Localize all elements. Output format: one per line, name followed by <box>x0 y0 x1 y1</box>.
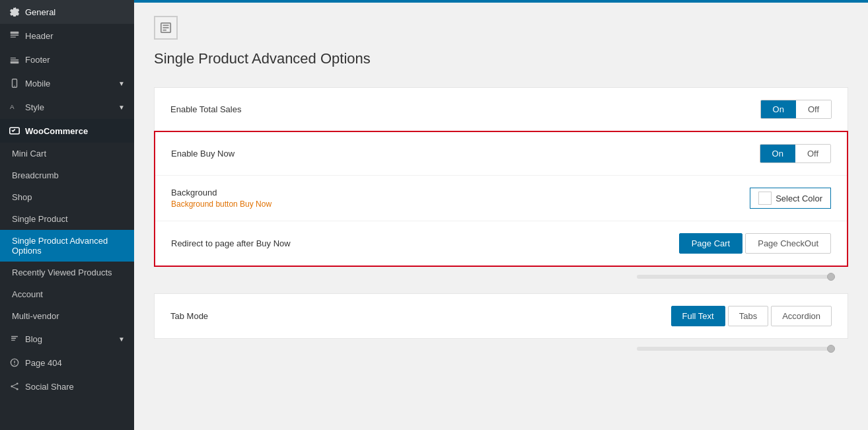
background-row: Background Background button Buy Now Sel… <box>155 176 847 221</box>
section-icon-box <box>154 16 178 40</box>
svg-point-7 <box>14 86 15 87</box>
scrollbar-thumb-2[interactable] <box>827 345 835 353</box>
sidebar-item-social-share-label: Social Share <box>25 382 74 392</box>
sidebar-item-shop[interactable]: Shop <box>0 186 134 208</box>
tab-full-text-button[interactable]: Full Text <box>671 306 725 326</box>
sidebar-item-page404-label: Page 404 <box>25 358 62 368</box>
sidebar-item-header-label: Header <box>25 31 54 41</box>
enable-buy-now-label: Enable Buy Now <box>171 149 760 159</box>
sidebar-item-single-product-label: Single Product <box>12 214 68 224</box>
scroll-divider-2 <box>154 339 848 359</box>
select-color-button[interactable]: Select Color <box>750 188 831 209</box>
sidebar-item-blog-label: Blog <box>25 334 42 344</box>
sidebar-item-general[interactable]: General <box>0 0 134 24</box>
svg-line-16 <box>13 384 17 386</box>
redirect-label: Redirect to page after Buy Now <box>171 238 679 248</box>
tab-mode-button-group[interactable]: Full Text Tabs Accordion <box>671 306 832 326</box>
sidebar-item-style-label: Style <box>25 102 44 112</box>
buy-now-on-button[interactable]: On <box>760 145 795 162</box>
sidebar-item-mini-cart-label: Mini Cart <box>12 149 46 159</box>
tab-tabs-button[interactable]: Tabs <box>728 306 768 326</box>
svg-rect-4 <box>11 59 19 60</box>
sidebar-item-mini-cart[interactable]: Mini Cart <box>0 143 134 164</box>
sidebar-item-blog[interactable]: Blog ▼ <box>0 327 134 351</box>
enable-total-sales-row: Enable Total Sales On Off <box>155 88 848 131</box>
sidebar-item-multi-vendor[interactable]: Multi-vendor <box>0 305 134 327</box>
sidebar-item-style[interactable]: A Style ▼ <box>0 95 134 119</box>
redirect-button-group[interactable]: Page Cart Page CheckOut <box>679 233 831 254</box>
sidebar-item-single-product-advanced-label: Single Product Advanced Options <box>12 236 125 256</box>
svg-rect-5 <box>11 57 16 58</box>
scroll-divider-1 <box>154 267 848 287</box>
scrollbar-track-1[interactable] <box>637 275 835 279</box>
mobile-icon <box>9 78 20 89</box>
scrollbar-track-2[interactable] <box>637 347 835 351</box>
color-swatch <box>758 192 772 205</box>
header-icon <box>9 30 20 41</box>
page-cart-button[interactable]: Page Cart <box>679 233 743 254</box>
svg-line-17 <box>13 387 17 389</box>
sidebar-item-social-share[interactable]: Social Share <box>0 375 134 398</box>
svg-rect-9 <box>10 127 19 134</box>
sidebar-item-page404[interactable]: Page 404 <box>0 351 134 375</box>
select-color-label: Select Color <box>776 194 822 203</box>
sidebar-item-breadcrumb-label: Breadcrumb <box>12 170 59 180</box>
scrollbar-thumb-1[interactable] <box>827 273 835 281</box>
woocommerce-icon <box>9 125 20 136</box>
svg-rect-21 <box>163 30 166 31</box>
redirect-row: Redirect to page after Buy Now Page Cart… <box>155 221 847 266</box>
tab-mode-section: Tab Mode Full Text Tabs Accordion <box>154 293 848 339</box>
svg-rect-2 <box>11 36 16 37</box>
enable-total-sales-label: Enable Total Sales <box>170 104 760 114</box>
main-content: Single Product Advanced Options Enable T… <box>134 0 868 430</box>
page-title: Single Product Advanced Options <box>154 50 848 67</box>
svg-point-12 <box>14 364 15 365</box>
chevron-down-icon: ▼ <box>118 104 125 111</box>
enable-total-sales-toggle[interactable]: On Off <box>760 100 832 119</box>
sidebar-item-breadcrumb[interactable]: Breadcrumb <box>0 164 134 186</box>
sidebar-woocommerce-label: WooCommerce <box>25 126 88 136</box>
style-icon: A <box>9 102 20 112</box>
tab-mode-row: Tab Mode Full Text Tabs Accordion <box>155 294 848 338</box>
page-checkout-button[interactable]: Page CheckOut <box>745 233 831 254</box>
sidebar-item-single-product-advanced[interactable]: Single Product Advanced Options <box>0 230 134 262</box>
total-sales-on-button[interactable]: On <box>761 100 796 118</box>
chevron-down-icon: ▼ <box>118 80 125 87</box>
sidebar-item-footer-label: Footer <box>25 55 50 65</box>
svg-rect-3 <box>11 61 19 64</box>
sidebar-item-account[interactable]: Account <box>0 283 134 305</box>
sidebar-item-account-label: Account <box>12 289 43 299</box>
sidebar-item-header[interactable]: Header <box>0 24 134 48</box>
tab-accordion-button[interactable]: Accordion <box>771 306 832 326</box>
gear-icon <box>9 7 20 17</box>
sidebar-item-mobile-label: Mobile <box>25 79 50 89</box>
enable-total-sales-section: Enable Total Sales On Off <box>154 87 848 131</box>
sidebar-item-footer[interactable]: Footer <box>0 48 134 71</box>
sidebar-item-recently-viewed-label: Recently Viewed Products <box>12 268 112 277</box>
svg-rect-1 <box>11 35 19 36</box>
chevron-down-icon: ▼ <box>118 336 125 343</box>
sidebar-item-recently-viewed[interactable]: Recently Viewed Products <box>0 262 134 283</box>
buy-now-off-button[interactable]: Off <box>795 145 830 162</box>
social-icon <box>9 381 20 392</box>
sidebar-item-multi-vendor-label: Multi-vendor <box>12 311 59 321</box>
sidebar-item-general-label: General <box>25 7 55 17</box>
sidebar-item-single-product[interactable]: Single Product <box>0 208 134 230</box>
blog-icon <box>9 334 20 344</box>
enable-buy-now-row: Enable Buy Now On Off <box>155 132 847 176</box>
svg-rect-19 <box>163 25 169 26</box>
content-area: Single Product Advanced Options Enable T… <box>134 3 868 430</box>
tab-mode-label: Tab Mode <box>170 311 671 321</box>
total-sales-off-button[interactable]: Off <box>796 100 831 118</box>
sidebar-woocommerce-header[interactable]: WooCommerce <box>0 119 134 143</box>
buy-now-section: Enable Buy Now On Off Background Backgro… <box>154 131 848 267</box>
sidebar-item-mobile[interactable]: Mobile ▼ <box>0 71 134 95</box>
enable-buy-now-toggle[interactable]: On Off <box>760 144 831 163</box>
background-sublabel: Background button Buy Now <box>171 199 750 209</box>
svg-text:A: A <box>10 103 15 110</box>
svg-rect-0 <box>11 32 19 34</box>
svg-rect-20 <box>163 27 169 28</box>
sidebar-item-shop-label: Shop <box>12 192 32 202</box>
background-label: Background Background button Buy Now <box>171 188 750 209</box>
page404-icon <box>9 357 20 368</box>
